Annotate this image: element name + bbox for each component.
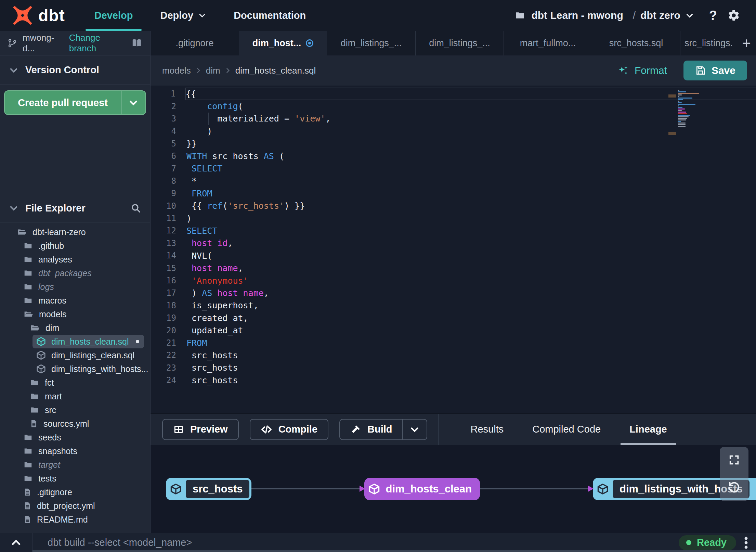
code-line-22[interactable]: 22 src_hosts bbox=[151, 349, 756, 361]
lineage-canvas[interactable]: src_hostsdim_hosts_cleandim_listings_wit… bbox=[151, 445, 756, 533]
search-icon[interactable] bbox=[130, 203, 141, 214]
tree-item-row[interactable]: dbt_packages bbox=[19, 266, 144, 280]
code-line-13[interactable]: 13 host_id, bbox=[151, 237, 756, 249]
tree-item-row[interactable]: dim_listings_clean.sql bbox=[32, 348, 144, 362]
tree-item-row[interactable]: fct bbox=[26, 376, 144, 389]
tree-item-row[interactable]: analyses bbox=[19, 253, 144, 266]
code-line-4[interactable]: 4 ) bbox=[151, 125, 756, 137]
code-line-3[interactable]: 3 materialized = 'view', bbox=[151, 113, 756, 125]
tab-dim-listings-[interactable]: dim_listings_... bbox=[415, 31, 504, 55]
help-button[interactable]: ? bbox=[709, 8, 717, 23]
tree-item-row[interactable]: .github bbox=[19, 239, 144, 253]
code-line-18[interactable]: 18 is_superhost, bbox=[151, 299, 756, 312]
code-line-19[interactable]: 19 created_at, bbox=[151, 312, 756, 324]
nav-item-develop[interactable]: Develop bbox=[94, 0, 133, 31]
code-line-12[interactable]: 12SELECT bbox=[151, 224, 756, 237]
indent-guide bbox=[188, 262, 188, 274]
change-branch-link[interactable]: Change branch bbox=[69, 33, 126, 54]
tree-item-row[interactable]: dbt-learn-zero bbox=[13, 225, 144, 239]
tab-src-listings-[interactable]: src_listings. bbox=[680, 31, 737, 55]
environment-name[interactable]: dbt zero bbox=[640, 10, 680, 21]
fullscreen-icon[interactable] bbox=[728, 454, 740, 466]
panel-tab-lineage[interactable]: Lineage bbox=[623, 414, 674, 445]
code-line-10[interactable]: 10 {{ ref('src_hosts') }} bbox=[151, 200, 756, 212]
project-name[interactable]: dbt Learn - mwong bbox=[531, 10, 623, 21]
gear-icon[interactable] bbox=[727, 9, 740, 22]
line-number: 2 bbox=[151, 102, 186, 111]
code-line-14[interactable]: 14 NVL( bbox=[151, 249, 756, 262]
code-line-24[interactable]: 24 src_hosts bbox=[151, 374, 756, 386]
code-text: * bbox=[186, 175, 756, 187]
folder-icon bbox=[23, 447, 33, 455]
dbt-logo[interactable]: dbt bbox=[12, 5, 65, 26]
build-button[interactable]: Build bbox=[339, 419, 427, 440]
tree-item-row[interactable]: tests bbox=[19, 472, 144, 485]
tab-src-hosts-sql[interactable]: src_hosts.sql bbox=[592, 31, 680, 55]
line-number: 10 bbox=[151, 201, 186, 211]
tree-item-row[interactable]: dim bbox=[26, 321, 144, 335]
tree-item-row[interactable]: dim_hosts_clean.sql bbox=[32, 335, 144, 348]
tree-item-row[interactable]: .gitignore bbox=[19, 485, 144, 499]
tree-item-row[interactable]: dim_listings_with_hosts... bbox=[32, 362, 150, 376]
chevron-down-icon[interactable] bbox=[685, 11, 694, 20]
save-button[interactable]: Save bbox=[683, 61, 747, 80]
tree-item-row[interactable]: mart bbox=[26, 389, 144, 403]
panel-tab-compiled-code[interactable]: Compiled Code bbox=[525, 414, 608, 445]
create-pull-request-button[interactable]: Create pull request bbox=[4, 90, 146, 115]
code-line-9[interactable]: 9 FROM bbox=[151, 187, 756, 200]
tab--gitignore[interactable]: .gitignore bbox=[151, 31, 239, 55]
code-line-17[interactable]: 17 ) AS host_name, bbox=[151, 287, 756, 299]
tree-item-row[interactable]: logs bbox=[19, 280, 144, 294]
version-control-header[interactable]: Version Control bbox=[0, 55, 150, 85]
code-line-1[interactable]: 1{{ bbox=[185, 88, 756, 100]
command-input[interactable] bbox=[32, 537, 679, 548]
code-line-15[interactable]: 15 host_name, bbox=[151, 262, 756, 274]
code-line-16[interactable]: 16 'Anonymous' bbox=[151, 274, 756, 287]
tree-item-row[interactable]: macros bbox=[19, 294, 144, 307]
tab-mart-fullmo-[interactable]: mart_fullmo... bbox=[504, 31, 592, 55]
format-button[interactable]: Format bbox=[617, 65, 667, 76]
refresh-icon[interactable] bbox=[727, 480, 741, 494]
tree-item-row[interactable]: target bbox=[19, 458, 144, 472]
lineage-node-src-hosts[interactable]: src_hosts bbox=[166, 478, 251, 500]
code-line-11[interactable]: 11) bbox=[151, 212, 756, 224]
lineage-node-dim-hosts-clean[interactable]: dim_hosts_clean bbox=[364, 478, 480, 500]
code-line-6[interactable]: 6WITH src_hosts AS ( bbox=[151, 150, 756, 162]
tab-dim-host-[interactable]: dim_host... bbox=[239, 31, 327, 55]
code-line-7[interactable]: 7 SELECT bbox=[151, 162, 756, 175]
new-tab-button[interactable]: + bbox=[737, 31, 756, 55]
tree-item-row[interactable]: sources.yml bbox=[26, 417, 144, 431]
panel-tab-results[interactable]: Results bbox=[464, 414, 511, 445]
tree-item-row[interactable]: README.md bbox=[19, 513, 144, 526]
tree-item-row[interactable]: seeds bbox=[19, 431, 144, 444]
command-bar-toggle[interactable] bbox=[0, 533, 32, 552]
breadcrumb-dim[interactable]: dim bbox=[206, 65, 220, 76]
nav-item-documentation[interactable]: Documentation bbox=[234, 0, 306, 31]
code-line-5[interactable]: 5}} bbox=[151, 138, 756, 150]
indent-guide bbox=[188, 274, 188, 287]
code-line-8[interactable]: 8 * bbox=[151, 175, 756, 187]
tree-item-row[interactable]: src bbox=[26, 403, 144, 417]
code-line-21[interactable]: 21FROM bbox=[151, 337, 756, 349]
compile-button[interactable]: Compile bbox=[250, 419, 328, 440]
line-number: 24 bbox=[151, 375, 186, 385]
build-dropdown-toggle[interactable] bbox=[402, 419, 427, 440]
pull-request-dropdown-toggle[interactable] bbox=[121, 91, 145, 114]
code-text: ) bbox=[186, 212, 756, 224]
docs-book-icon[interactable] bbox=[131, 38, 143, 49]
nav-item-deploy[interactable]: Deploy bbox=[160, 0, 206, 31]
code-line-2[interactable]: 2 config( bbox=[151, 100, 756, 112]
file-explorer-header[interactable]: File Explorer bbox=[0, 194, 150, 222]
tree-item-row[interactable]: dbt_project.yml bbox=[19, 499, 144, 513]
tree-item-seeds: seeds bbox=[0, 431, 150, 444]
code-editor[interactable]: 1{{2 config(3 materialized = 'view',4 )5… bbox=[151, 86, 756, 413]
code-line-20[interactable]: 20 updated_at bbox=[151, 324, 756, 336]
preview-button[interactable]: Preview bbox=[162, 419, 239, 440]
editor-minimap[interactable] bbox=[678, 90, 701, 127]
kebab-menu-icon[interactable] bbox=[744, 536, 748, 550]
breadcrumb-models[interactable]: models bbox=[162, 65, 191, 76]
tab-dim-listings-[interactable]: dim_listings_... bbox=[327, 31, 415, 55]
code-line-23[interactable]: 23 src_hosts bbox=[151, 362, 756, 374]
tree-item-row[interactable]: snapshots bbox=[19, 444, 144, 458]
tree-item-row[interactable]: models bbox=[19, 307, 144, 321]
